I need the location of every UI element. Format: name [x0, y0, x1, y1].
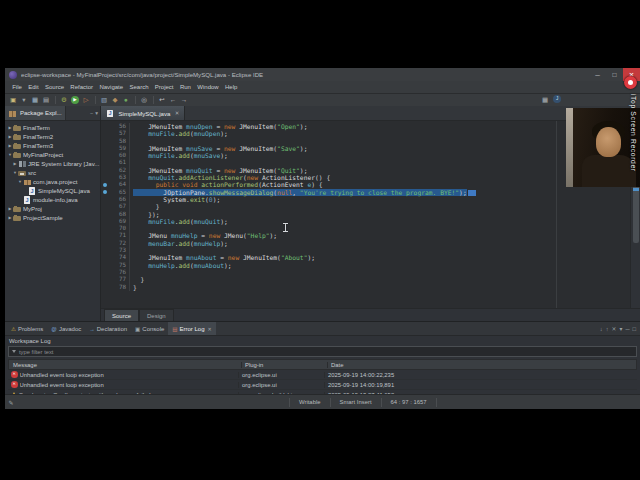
external-tools-icon[interactable]: ▷ — [81, 95, 91, 105]
debug-icon[interactable]: ⚙ — [59, 95, 69, 105]
menu-item-edit[interactable]: Edit — [25, 84, 42, 90]
gutter-marker-column[interactable] — [101, 240, 110, 247]
minimize-view-icon[interactable]: ─ — [625, 326, 629, 332]
column-plugin[interactable]: Plug-in — [241, 362, 327, 368]
code-text[interactable]: public void actionPerformed(ActionEvent … — [133, 181, 323, 188]
gutter-marker-column[interactable] — [101, 247, 110, 254]
last-edit-icon[interactable]: ↩ — [157, 95, 167, 105]
view-menu-icon[interactable]: ▾ — [619, 326, 622, 332]
save-icon[interactable]: ▦ — [30, 95, 40, 105]
tree-item-myproj[interactable]: ▶MyProj — [5, 204, 100, 213]
run-icon[interactable]: ▶ — [71, 96, 79, 104]
menu-item-run[interactable]: Run — [177, 84, 194, 90]
maximize-view-icon[interactable]: □ — [632, 326, 636, 332]
gutter-marker-column[interactable] — [101, 138, 110, 145]
gutter-marker-column[interactable] — [101, 211, 110, 218]
code-text[interactable]: mnuFile.add(mnuOpen); — [133, 130, 228, 137]
collapse-all-icon[interactable]: − — [90, 110, 93, 116]
column-date[interactable]: Date — [327, 362, 636, 368]
maximize-button[interactable]: □ — [606, 68, 623, 81]
tree-item-jre-system-library-jav[interactable]: ▶JRE System Library [Jav... — [5, 159, 100, 168]
tree-item-simplemysql-java[interactable]: SimpleMySQL.java — [5, 186, 100, 195]
code-editor[interactable]: 56 JMenuItem mnuOpen = new JMenuItem("Op… — [101, 121, 640, 308]
code-text[interactable]: }); — [133, 211, 160, 218]
code-text[interactable]: menuBar.add(mnuHelp); — [133, 240, 228, 247]
gutter-marker-column[interactable] — [101, 276, 110, 283]
tree-item-finalterm3[interactable]: ▶FinalTerm3 — [5, 141, 100, 150]
tab-console[interactable]: ▣Console — [131, 322, 168, 335]
code-text[interactable]: mnuHelp.add(mnuAbout); — [133, 262, 232, 269]
menu-item-source[interactable]: Source — [42, 84, 67, 90]
close-view-icon[interactable]: ✕ — [208, 326, 212, 332]
gutter-marker-column[interactable] — [101, 262, 110, 269]
menu-item-refactor[interactable]: Refactor — [67, 84, 96, 90]
filter-input[interactable]: type filter text — [8, 346, 637, 357]
new-dropdown-icon[interactable]: ▾ — [19, 95, 29, 105]
menu-item-project[interactable]: Project — [152, 84, 177, 90]
tree-item-src[interactable]: ▼src — [5, 168, 100, 177]
gutter-marker-column[interactable] — [101, 203, 110, 210]
new-java-project-icon[interactable]: ▧ — [99, 95, 109, 105]
view-menu-icon[interactable]: ▾ — [95, 110, 98, 116]
menu-item-window[interactable]: Window — [194, 84, 222, 90]
gutter-marker-column[interactable] — [101, 174, 110, 181]
java-perspective-icon[interactable]: J — [553, 95, 561, 103]
gutter-marker-column[interactable] — [101, 225, 110, 232]
code-text[interactable]: } — [133, 284, 137, 291]
forward-icon[interactable]: → — [179, 95, 189, 105]
menu-item-help[interactable]: Help — [222, 84, 241, 90]
menu-item-file[interactable]: File — [9, 84, 25, 90]
code-text[interactable]: mnuQuit.addActionListener(new ActionList… — [133, 174, 330, 181]
code-text[interactable]: } — [133, 203, 160, 210]
code-text[interactable]: JMenuItem mnuOpen = new JMenuItem("Open"… — [133, 123, 307, 130]
gutter-marker-column[interactable] — [101, 130, 110, 137]
code-text[interactable]: } — [133, 276, 144, 283]
new-class-icon[interactable]: ● — [121, 95, 131, 105]
minimize-button[interactable]: ─ — [589, 68, 606, 81]
tree-item-com-java-project[interactable]: ▼com.java.project — [5, 177, 100, 186]
gutter-marker-column[interactable] — [101, 123, 110, 130]
open-perspective-icon[interactable]: ▦ — [540, 95, 550, 105]
gutter-marker-column[interactable] — [101, 284, 110, 291]
tab-javadoc[interactable]: @Javadoc — [47, 322, 85, 335]
menu-item-navigate[interactable]: Navigate — [96, 84, 126, 90]
code-text[interactable]: JOptionPane.showMessageDialog(null, "You… — [133, 189, 476, 196]
code-text[interactable]: JMenuItem mnuSave = new JMenuItem("Save"… — [133, 145, 307, 152]
gutter-marker-column[interactable] — [101, 232, 110, 239]
menu-item-search[interactable]: Search — [126, 84, 151, 90]
back-icon[interactable]: ← — [168, 95, 178, 105]
tab-package-explorer[interactable]: Package Expl... — [5, 106, 66, 120]
export-log-icon[interactable]: ↓ — [600, 326, 603, 332]
clear-log-icon[interactable]: ✕ — [612, 326, 617, 332]
tab-declaration[interactable]: →Declaration — [85, 322, 131, 335]
gutter-marker-column[interactable] — [101, 218, 110, 225]
gutter-marker-column[interactable] — [101, 196, 110, 203]
tree-item-myfinalproject[interactable]: ▼MyFinalProject — [5, 150, 100, 159]
gutter-marker-column[interactable] — [101, 167, 110, 174]
gutter-marker-column[interactable] — [101, 254, 110, 261]
new-package-icon[interactable]: ◆ — [110, 95, 120, 105]
gutter-marker-column[interactable] — [101, 152, 110, 159]
tab-problems[interactable]: ⚠Problems — [7, 322, 47, 335]
log-row[interactable]: Unhandled event loop exceptionorg.eclips… — [8, 370, 637, 380]
print-icon[interactable]: ▤ — [41, 95, 51, 105]
new-wizard-icon[interactable]: ▣ — [8, 95, 18, 105]
breakpoint-icon[interactable] — [103, 183, 107, 187]
tab-error-log[interactable]: ▤Error Log✕ — [168, 322, 215, 335]
search-icon[interactable]: ◎ — [139, 95, 149, 105]
code-text[interactable]: JMenuItem mnuAbout = new JMenuItem("Abou… — [133, 254, 315, 261]
gutter-marker-column[interactable] — [101, 159, 110, 166]
code-text[interactable]: System.exit(0); — [133, 196, 220, 203]
tree-item-projectsample[interactable]: ▶ProjectSample — [5, 213, 100, 222]
gutter-marker-column[interactable] — [101, 189, 110, 196]
code-text[interactable]: JMenu mnuHelp = new JMenu("Help"); — [133, 232, 277, 239]
tab-close-icon[interactable]: ✕ — [175, 110, 180, 116]
code-text[interactable]: mnuFile.add(mnuSave); — [133, 152, 228, 159]
column-message[interactable]: Message — [9, 362, 241, 368]
import-log-icon[interactable]: ↑ — [606, 326, 609, 332]
code-text[interactable]: JMenuItem mnuQuit = new JMenuItem("Quit"… — [133, 167, 307, 174]
gutter-marker-column[interactable] — [101, 181, 110, 188]
log-row[interactable]: Unhandled event loop exceptionorg.eclips… — [8, 380, 637, 390]
gutter-marker-column[interactable] — [101, 145, 110, 152]
tree-item-finalterm2[interactable]: ▶FinalTerm2 — [5, 132, 100, 141]
